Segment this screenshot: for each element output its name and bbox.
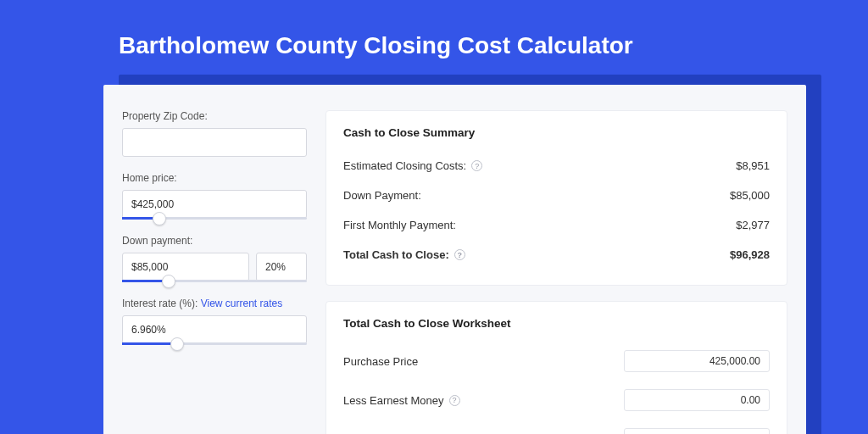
worksheet-row-total-mortgage: Total Mortgage Loan Amount ? <box>343 420 770 434</box>
row-label: Total Cash to Close: <box>343 248 449 261</box>
interest-rate-field: Interest rate (%): View current rates <box>122 298 307 345</box>
row-value-input[interactable] <box>624 428 770 434</box>
row-label: Purchase Price <box>343 355 418 368</box>
zip-input[interactable] <box>122 128 307 157</box>
help-icon[interactable]: ? <box>471 160 482 171</box>
interest-rate-slider[interactable] <box>122 342 307 345</box>
zip-label: Property Zip Code: <box>122 110 307 122</box>
help-icon[interactable]: ? <box>454 249 465 260</box>
interest-rate-label-text: Interest rate (%): <box>122 298 198 309</box>
summary-row-first-payment: First Monthly Payment: $2,977 <box>343 210 770 240</box>
worksheet-row-purchase-price: Purchase Price <box>343 342 770 381</box>
inputs-column: Property Zip Code: Home price: Down paym… <box>122 110 307 434</box>
interest-rate-input[interactable] <box>122 315 307 344</box>
summary-row-total: Total Cash to Close: ? $96,928 <box>343 240 770 270</box>
page-title: Bartholomew County Closing Cost Calculat… <box>0 0 868 75</box>
down-payment-input[interactable] <box>122 253 249 281</box>
row-value: $2,977 <box>736 219 770 231</box>
home-price-input[interactable] <box>122 190 307 219</box>
view-rates-link[interactable]: View current rates <box>201 298 283 309</box>
down-payment-pct-input[interactable] <box>256 253 307 281</box>
down-payment-slider[interactable] <box>122 280 307 282</box>
calculator-panel: Property Zip Code: Home price: Down paym… <box>103 85 806 434</box>
zip-field: Property Zip Code: <box>122 110 307 157</box>
row-label: Estimated Closing Costs: <box>343 159 466 172</box>
worksheet-title: Total Cash to Close Worksheet <box>343 317 770 330</box>
worksheet-panel: Total Cash to Close Worksheet Purchase P… <box>326 301 787 434</box>
row-value: $8,951 <box>736 159 770 172</box>
results-column: Cash to Close Summary Estimated Closing … <box>326 110 787 434</box>
summary-row-estimated-costs: Estimated Closing Costs: ? $8,951 <box>343 151 770 181</box>
worksheet-row-less-earnest: Less Earnest Money ? <box>343 381 770 420</box>
help-icon[interactable]: ? <box>449 395 460 406</box>
down-payment-label: Down payment: <box>122 235 307 247</box>
summary-row-down-payment: Down Payment: $85,000 <box>343 181 770 210</box>
summary-panel: Cash to Close Summary Estimated Closing … <box>326 110 787 286</box>
row-value-input[interactable] <box>624 389 770 411</box>
home-price-field: Home price: <box>122 172 307 220</box>
row-value: $85,000 <box>730 189 770 202</box>
home-price-label: Home price: <box>122 172 307 184</box>
row-value-input[interactable] <box>624 350 770 372</box>
row-value: $96,928 <box>730 248 770 261</box>
slider-thumb[interactable] <box>170 337 184 351</box>
row-label: First Monthly Payment: <box>343 219 456 231</box>
row-label: Less Earnest Money <box>343 394 444 407</box>
home-price-slider[interactable] <box>122 217 307 220</box>
interest-rate-label: Interest rate (%): View current rates <box>122 298 307 309</box>
slider-thumb[interactable] <box>153 212 166 225</box>
slider-thumb[interactable] <box>162 275 175 288</box>
down-payment-field: Down payment: <box>122 235 307 282</box>
summary-title: Cash to Close Summary <box>343 126 770 139</box>
row-label: Down Payment: <box>343 189 421 202</box>
